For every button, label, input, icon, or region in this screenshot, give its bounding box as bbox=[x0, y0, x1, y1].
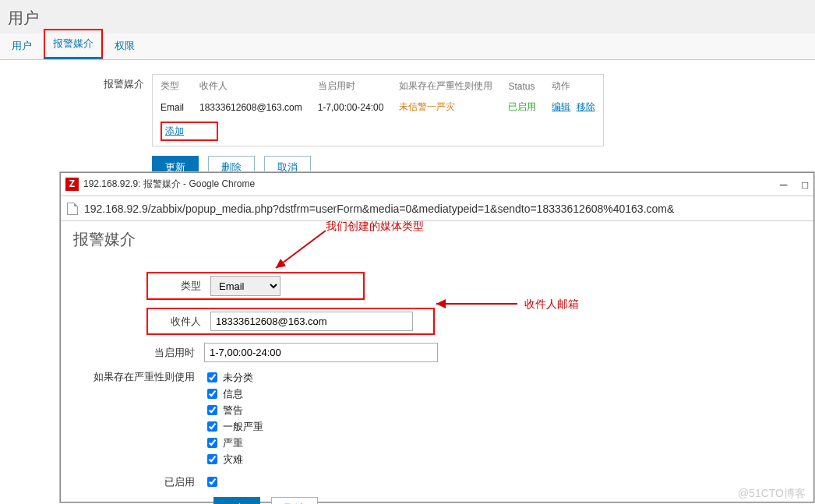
cell-type: Email bbox=[153, 97, 192, 117]
sev-2: 警告 bbox=[223, 404, 243, 418]
label-when: 当启用时 bbox=[72, 346, 204, 360]
popup-window: Z 192.168.92.9: 报警媒介 - Google Chrome — ☐… bbox=[60, 172, 814, 502]
cell-recipient: 18333612608@163.com bbox=[192, 97, 310, 117]
sev-4: 严重 bbox=[223, 436, 243, 450]
severity-list: 未分类 信息 警告 一般严重 严重 灾难 bbox=[204, 370, 263, 467]
remove-link[interactable]: 移除 bbox=[577, 101, 595, 112]
popup-url-text: 192.168.92.9/zabbix/popup_media.php?dstf… bbox=[84, 203, 674, 215]
document-icon bbox=[67, 203, 78, 215]
label-enabled: 已启用 bbox=[72, 475, 204, 489]
media-section-label: 报警媒介 bbox=[0, 74, 152, 179]
sev-cb-3[interactable] bbox=[207, 421, 217, 432]
sev-cb-5[interactable] bbox=[207, 454, 217, 464]
maximize-icon[interactable]: ☐ bbox=[801, 177, 809, 192]
tab-bar: 用户 报警媒介 权限 bbox=[0, 33, 815, 60]
edit-link[interactable]: 编辑 bbox=[552, 101, 570, 112]
tab-permissions[interactable]: 权限 bbox=[103, 32, 146, 59]
arrow-type-icon bbox=[271, 227, 333, 274]
label-type: 类型 bbox=[148, 279, 210, 293]
label-recipient: 收件人 bbox=[148, 315, 210, 329]
popup-heading: 报警媒介 bbox=[73, 229, 803, 250]
minimize-icon[interactable]: — bbox=[780, 177, 788, 192]
col-action: 动作 bbox=[544, 75, 603, 98]
table-header-row: 类型 收件人 当启用时 如果存在严重性则使用 Status 动作 bbox=[153, 75, 604, 98]
col-status: Status bbox=[500, 75, 544, 98]
col-severity: 如果存在严重性则使用 bbox=[391, 75, 500, 98]
col-type: 类型 bbox=[153, 75, 192, 98]
label-severity: 如果存在严重性则使用 bbox=[72, 370, 204, 384]
sev-0: 未分类 bbox=[223, 371, 253, 385]
watermark: @51CTO博客 bbox=[738, 487, 806, 501]
media-table: 类型 收件人 当启用时 如果存在严重性则使用 Status 动作 Email 1… bbox=[152, 74, 604, 146]
sev-5: 灾难 bbox=[223, 453, 243, 467]
annotation-type: 我们创建的媒体类型 bbox=[326, 220, 424, 234]
when-input[interactable] bbox=[204, 343, 438, 362]
cell-when: 1-7,00:00-24:00 bbox=[310, 97, 392, 117]
sev-cb-2[interactable] bbox=[207, 405, 217, 415]
zabbix-icon: Z bbox=[65, 178, 79, 191]
enabled-checkbox[interactable] bbox=[207, 477, 217, 487]
type-select[interactable]: Email bbox=[210, 276, 280, 296]
page-title: 用户 bbox=[0, 0, 815, 33]
add-link[interactable]: 添加 bbox=[161, 122, 218, 141]
popup-cancel-button[interactable]: 取消 bbox=[271, 497, 318, 504]
sev-cb-1[interactable] bbox=[207, 389, 217, 399]
sev-cb-0[interactable] bbox=[207, 372, 217, 382]
table-add-row: 添加 bbox=[153, 117, 604, 146]
svg-line-0 bbox=[276, 231, 326, 268]
sev-cb-4[interactable] bbox=[207, 438, 217, 448]
cell-severity: 未信警一严灾 bbox=[391, 97, 500, 117]
arrow-recipient-icon bbox=[433, 298, 519, 310]
popup-window-title: 192.168.92.9: 报警媒介 - Google Chrome bbox=[83, 178, 255, 191]
popup-url-bar: 192.168.92.9/zabbix/popup_media.php?dstf… bbox=[61, 196, 813, 221]
annotation-recipient: 收件人邮箱 bbox=[524, 298, 579, 312]
recipient-input[interactable] bbox=[210, 312, 413, 331]
sev-1: 信息 bbox=[223, 387, 243, 401]
sev-3: 一般严重 bbox=[223, 420, 263, 434]
tab-media[interactable]: 报警媒介 bbox=[44, 29, 103, 59]
col-when: 当启用时 bbox=[310, 75, 392, 98]
popup-titlebar: Z 192.168.92.9: 报警媒介 - Google Chrome — ☐ bbox=[61, 173, 813, 196]
popup-update-button[interactable]: 更新 bbox=[213, 497, 260, 504]
table-row: Email 18333612608@163.com 1-7,00:00-24:0… bbox=[153, 97, 604, 117]
tab-user[interactable]: 用户 bbox=[0, 32, 44, 59]
cell-status: 已启用 bbox=[500, 97, 544, 117]
col-recipient: 收件人 bbox=[192, 75, 310, 98]
